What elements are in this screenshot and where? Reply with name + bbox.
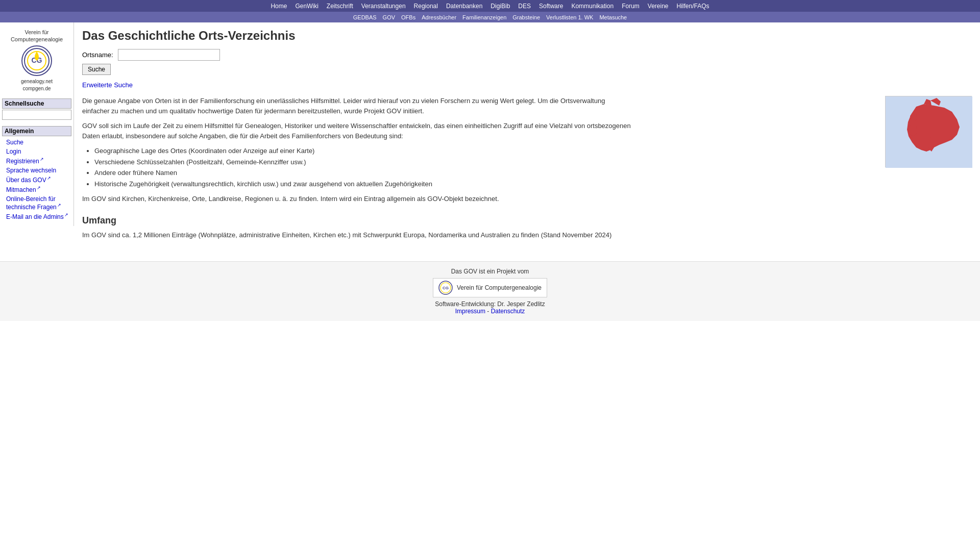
list-item: Registrieren: [6, 157, 71, 165]
secnav-item-familienanzeigen[interactable]: Familienanzeigen: [462, 14, 506, 20]
topnav-item-software[interactable]: Software: [539, 3, 563, 10]
main-content: Das Geschichtliche Orts-Verzeichnis Orts…: [74, 22, 980, 251]
sidebar-link-6[interactable]: Online-Bereich für technische Fragen: [6, 195, 61, 211]
search-form: Ortsname: Suche: [82, 49, 972, 75]
secnav-item-adressbcher[interactable]: Adressbücher: [422, 14, 456, 20]
intro-paragraph: Die genaue Angabe von Orten ist in der F…: [82, 96, 633, 116]
topnav-item-regional[interactable]: Regional: [414, 3, 438, 10]
footer: Das GOV ist ein Projekt vom CG Verein fü…: [0, 261, 980, 321]
site-url: genealogy.net compgen.de: [4, 78, 69, 92]
sidebar-link-4[interactable]: Über das GOV: [6, 177, 51, 184]
footer-links: Impressum - Datenschutz: [0, 308, 980, 315]
topnav-item-genwiki[interactable]: GenWiki: [295, 3, 318, 10]
footer-separator: -: [487, 308, 491, 315]
sidebar-link-1[interactable]: Login: [6, 148, 21, 155]
schnellsuche-title: Schnellsuche: [2, 98, 71, 109]
list-item: E-Mail an die Admins: [6, 212, 71, 220]
main-layout: Verein für Computergenealogie CG genealo…: [0, 22, 980, 251]
topnav-item-hilfenfaqs[interactable]: Hilfen/FAQs: [677, 3, 709, 10]
topnav-item-digibib[interactable]: DigiBib: [491, 3, 510, 10]
impressum-link[interactable]: Impressum: [455, 308, 485, 315]
list-item: Über das GOV: [6, 176, 71, 184]
top-navigation: HomeGenWikiZeitschriftVeranstaltungenReg…: [0, 0, 980, 12]
sidebar-link-0[interactable]: Suche: [6, 139, 23, 146]
sidebar-link-7[interactable]: E-Mail an die Admins: [6, 213, 68, 220]
sidebar-links: SucheLoginRegistrierenSprache wechselnÜb…: [2, 138, 71, 220]
footer-logo: CG Verein für Computergenealogie: [433, 278, 547, 297]
list-item: Suche: [6, 138, 71, 146]
list-item: Login: [6, 147, 71, 155]
topnav-item-zeitschrift[interactable]: Zeitschrift: [327, 3, 353, 10]
secondary-navigation: GEDBASGOVOFBsAdressbücherFamilienanzeige…: [0, 12, 980, 22]
sidebar: Verein für Computergenealogie CG genealo…: [0, 22, 74, 226]
footer-project-text: Das GOV ist ein Projekt vom: [0, 268, 980, 275]
umfang-title: Umfang: [82, 215, 972, 226]
topnav-item-forum[interactable]: Forum: [622, 3, 640, 10]
europe-map-svg: [886, 96, 972, 168]
feature-item-0: Geographische Lage des Ortes (Koordinate…: [94, 146, 877, 156]
page-title: Das Geschichtliche Orts-Verzeichnis: [82, 29, 972, 43]
search-button[interactable]: Suche: [82, 64, 111, 75]
topnav-item-veranstaltungen[interactable]: Veranstaltungen: [361, 3, 406, 10]
list-item: Mitmachen: [6, 185, 71, 193]
list-item: Online-Bereich für technische Fragen: [6, 195, 71, 211]
org-name: Verein für Computergenealogie: [4, 29, 69, 43]
secnav-item-verlustlisten1wk[interactable]: Verlustlisten 1. WK: [546, 14, 593, 20]
topnav-item-des[interactable]: DES: [518, 3, 531, 10]
logo-svg: CG: [23, 47, 50, 74]
software-credit: Software-Entwicklung: Dr. Jesper Zedlitz: [0, 300, 980, 308]
feature-item-2: Andere oder frühere Namen: [94, 168, 877, 178]
sidebar-link-5[interactable]: Mitmachen: [6, 186, 41, 193]
feature-item-3: Historische Zugehörigkeit (verwaltungsre…: [94, 179, 877, 189]
topnav-item-datenbanken[interactable]: Datenbanken: [446, 3, 482, 10]
text-block: Die genaue Angabe von Orten ist in der F…: [82, 96, 877, 209]
svg-text:CG: CG: [443, 286, 449, 290]
list-item: Sprache wechseln: [6, 166, 71, 174]
sidebar-link-2[interactable]: Registrieren: [6, 158, 44, 165]
footer-org-name: Verein für Computergenealogie: [457, 284, 542, 291]
topnav-item-kommunikation[interactable]: Kommunikation: [571, 3, 614, 10]
secnav-item-ofbs[interactable]: OFBs: [401, 14, 415, 20]
allgemein-title: Allgemein: [2, 126, 71, 136]
feature-item-1: Verschiedene Schlüsselzahlen (Postleitza…: [94, 157, 877, 167]
erweiterte-suche-link[interactable]: Erweiterte Suche: [82, 81, 972, 89]
sidebar-link-3[interactable]: Sprache wechseln: [6, 167, 56, 174]
logo-circle[interactable]: CG: [21, 45, 52, 76]
secnav-item-grabsteine[interactable]: Grabsteine: [512, 14, 540, 20]
footer-logo-svg: CG: [438, 281, 453, 295]
gov-paragraph: GOV soll sich im Laufe der Zeit zu einem…: [82, 121, 633, 141]
sidebar-logo: Verein für Computergenealogie CG genealo…: [2, 27, 71, 94]
intern-paragraph: Im GOV sind Kirchen, Kirchenkreise, Orte…: [82, 194, 633, 204]
feature-list: Geographische Lage des Ortes (Koordinate…: [82, 146, 877, 189]
datenschutz-link[interactable]: Datenschutz: [491, 308, 525, 315]
europe-map: [885, 96, 972, 167]
topnav-item-vereine[interactable]: Vereine: [648, 3, 669, 10]
topnav-item-home[interactable]: Home: [271, 3, 287, 10]
umfang-paragraph: Im GOV sind ca. 1,2 Millionen Einträge (…: [82, 230, 633, 240]
schnellsuche-input[interactable]: [2, 110, 71, 120]
secnav-item-gov[interactable]: GOV: [383, 14, 395, 20]
ortsname-label: Ortsname:: [82, 51, 113, 59]
ortsname-input[interactable]: [118, 49, 220, 61]
content-area: Die genaue Angabe von Orten ist in der F…: [82, 96, 972, 209]
secnav-item-gedbas[interactable]: GEDBAS: [353, 14, 377, 20]
secnav-item-metasuche[interactable]: Metasuche: [599, 14, 627, 20]
